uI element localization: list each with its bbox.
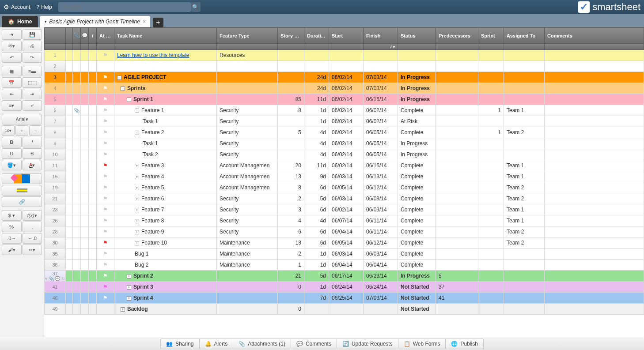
cell-storypoints[interactable] <box>278 149 304 160</box>
header-featuretype[interactable]: Feature Type <box>217 28 278 44</box>
cell-storypoints[interactable]: 2 <box>278 248 304 260</box>
cell-taskname[interactable]: Bug 1 <box>114 248 217 260</box>
cell-start[interactable]: 06/24/14 <box>329 282 364 293</box>
cell-taskname[interactable]: +Sprint 4 <box>114 293 217 304</box>
table-row[interactable]: 41 ⚑ +Sprint 3 0 1d 06/24/14 06/24/14 No… <box>45 282 644 293</box>
cell-finish[interactable]: 07/03/14 <box>364 83 398 94</box>
cell-start[interactable]: 06/02/14 <box>329 204 364 215</box>
cell-atrisk[interactable]: ⚑ <box>97 248 114 260</box>
undo-button[interactable]: ↶ <box>2 52 22 63</box>
remove-decimal-button[interactable]: ←.0 <box>23 233 42 244</box>
cell-comments[interactable] <box>545 105 644 116</box>
cell-status[interactable]: Complete <box>398 215 436 226</box>
cell-start[interactable] <box>329 61 364 72</box>
cell-taskname[interactable]: −AGILE PROJECT <box>114 72 217 83</box>
add-decimal-button[interactable]: .0→ <box>2 233 22 244</box>
cell-taskname[interactable]: Task 1 <box>114 138 217 149</box>
cell-comments[interactable] <box>545 282 644 293</box>
row-attach-cell[interactable] <box>73 83 81 94</box>
cell-taskname[interactable]: +Backlog <box>114 304 217 315</box>
percent-button[interactable]: % <box>2 222 22 232</box>
expand-toggle[interactable]: + <box>135 241 139 245</box>
row-attach-cell[interactable] <box>73 248 81 260</box>
cell-featuretype[interactable]: Security <box>217 215 278 226</box>
add-tab-button[interactable]: + <box>153 18 163 27</box>
cell-featuretype[interactable]: Maintenance <box>217 260 278 271</box>
cell-assignedto[interactable] <box>504 304 545 315</box>
cell-start[interactable]: 06/02/14 <box>329 149 364 160</box>
cell-sprint[interactable] <box>478 293 504 304</box>
row-info-cell[interactable] <box>89 237 97 248</box>
cell-assignedto[interactable]: Team 1 <box>504 204 545 215</box>
row-expand-cell[interactable] <box>66 171 73 182</box>
cell-featuretype[interactable]: Security <box>217 226 278 237</box>
row-expand-cell[interactable] <box>66 226 73 237</box>
cell-storypoints[interactable] <box>278 50 304 61</box>
cell-atrisk[interactable]: ⚑ <box>97 204 114 215</box>
cell-storypoints[interactable]: 8 <box>278 182 304 193</box>
alerts-button[interactable]: 🔔Alerts <box>200 339 234 349</box>
cell-assignedto[interactable]: Team 2 <box>504 182 545 193</box>
calendar-view-button[interactable]: 📅 <box>2 77 22 88</box>
table-row[interactable]: 36 ⚑ Bug 2 Maintenance 1 1d 06/04/14 06/… <box>45 260 644 271</box>
table-row[interactable]: 21 ⚑ +Feature 6 Security 2 5d 06/03/14 0… <box>45 193 644 204</box>
cell-duration[interactable]: 4d <box>304 138 329 149</box>
cell-atrisk[interactable]: ⚑ <box>97 127 114 138</box>
header-predecessors[interactable]: Predecessors <box>436 28 478 44</box>
cell-taskname[interactable]: Task 1 <box>114 116 217 127</box>
cell-featuretype[interactable]: Security <box>217 149 278 160</box>
header-atrisk[interactable]: At Risk <box>97 28 114 44</box>
cell-taskname[interactable]: −Feature 2 <box>114 127 217 138</box>
cell-sprint[interactable] <box>478 237 504 248</box>
cell-assignedto[interactable] <box>504 282 545 293</box>
cell-atrisk[interactable]: ⚑ <box>97 138 114 149</box>
cell-storypoints[interactable] <box>278 116 304 127</box>
cell-start[interactable]: 06/25/14 <box>329 293 364 304</box>
cell-status[interactable]: Complete <box>398 127 436 138</box>
row-comment-cell[interactable] <box>81 304 89 315</box>
cell-finish[interactable]: 06/03/14 <box>364 248 398 260</box>
cell-comments[interactable] <box>545 160 644 171</box>
header-sprint[interactable]: Sprint <box>478 28 504 44</box>
cell-sprint[interactable] <box>478 215 504 226</box>
row-number[interactable]: 6 <box>45 105 66 116</box>
row-attach-cell[interactable] <box>73 304 81 315</box>
row-info-cell[interactable] <box>89 226 97 237</box>
cell-predecessors[interactable]: 37 <box>436 282 478 293</box>
table-row[interactable]: 19 ⚑ +Feature 5 Account Managemen 8 6d 0… <box>45 182 644 193</box>
cell-status[interactable]: In Progress <box>398 94 436 105</box>
header-expand[interactable] <box>66 28 73 44</box>
cell-duration[interactable]: 6d <box>304 237 329 248</box>
card-view-button[interactable]: ⬚⬚ <box>23 77 42 88</box>
cell-predecessors[interactable] <box>436 72 478 83</box>
link-button[interactable]: 🔗 <box>2 196 42 207</box>
cell-predecessors[interactable] <box>436 260 478 271</box>
cell-status[interactable]: Complete <box>398 105 436 116</box>
table-row[interactable]: 3 ⚑ −AGILE PROJECT 24d 06/02/14 07/03/14… <box>45 72 644 83</box>
row-expand-cell[interactable] <box>66 50 73 61</box>
cell-assignedto[interactable] <box>504 149 545 160</box>
cell-comments[interactable] <box>545 193 644 204</box>
expand-toggle[interactable]: + <box>127 274 131 278</box>
cell-predecessors[interactable] <box>436 171 478 182</box>
cell-start[interactable]: 06/07/14 <box>329 215 364 226</box>
cell-start[interactable]: 06/02/14 <box>329 83 364 94</box>
row-expand-cell[interactable] <box>66 127 73 138</box>
expand-toggle[interactable]: + <box>135 186 139 190</box>
row-attach-cell[interactable] <box>73 149 81 160</box>
cell-comments[interactable] <box>545 226 644 237</box>
row-number[interactable]: 28 <box>45 226 66 237</box>
expand-toggle[interactable]: + <box>135 208 139 212</box>
cell-duration[interactable]: 11d <box>304 94 329 105</box>
cell-status[interactable]: At Risk <box>398 116 436 127</box>
row-info-cell[interactable] <box>89 138 97 149</box>
cell-finish[interactable]: 06/13/14 <box>364 171 398 182</box>
strike-button[interactable]: S <box>23 148 42 159</box>
table-row[interactable]: 8 ⚑ −Feature 2 Security 5 4d 06/02/14 06… <box>45 127 644 138</box>
row-comment-cell[interactable] <box>81 237 89 248</box>
cell-predecessors[interactable]: 5 <box>436 271 478 282</box>
header-finish-dropdown[interactable]: i ▾ <box>364 44 398 50</box>
cell-featuretype[interactable] <box>217 72 278 83</box>
cell-storypoints[interactable]: 21 <box>278 271 304 282</box>
row-expand-cell[interactable] <box>66 271 73 282</box>
